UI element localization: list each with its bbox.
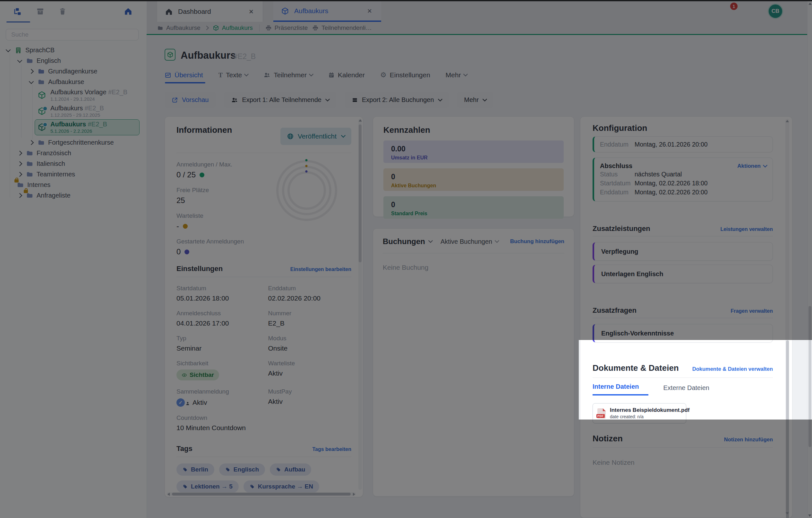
field-label: Anmeldeschluss	[176, 310, 260, 317]
field-label: Sammelanmeldung	[176, 388, 260, 395]
sidebar-course-vorlage[interactable]: Aufbaukurs Vorlage #E2_B 1.1.2024 - 29.1…	[35, 87, 140, 103]
file-date: date created: n/a	[610, 414, 644, 419]
tab-dashboard[interactable]: Dashboard ✕	[157, 1, 263, 22]
section-title: Einstellungen	[176, 265, 223, 273]
chevron-right-icon[interactable]	[17, 172, 23, 177]
close-icon[interactable]: ✕	[248, 7, 255, 16]
export2-button[interactable]: Export 2: Alle Buchungen	[345, 92, 449, 108]
tab-interne-dateien[interactable]: Interne Dateien	[592, 383, 648, 395]
tab-kalender[interactable]: Kalender	[328, 71, 365, 79]
sidebar-item-englisch[interactable]: Englisch	[0, 56, 147, 66]
tag-kurssprache[interactable]: Kurssprache → EN	[243, 481, 319, 493]
close-icon[interactable]: ✕	[366, 7, 373, 16]
sidebar-item-aufbaukurse[interactable]: Aufbaukurse	[0, 77, 147, 87]
tab-aufbaukurs-active[interactable]: Aufbaukurs ✕	[273, 1, 381, 22]
dokumente-verwalten-link[interactable]: Dokumente & Dateien verwalten	[692, 366, 773, 372]
buchung-hinzufuegen-link[interactable]: Buchung hinzufügen	[510, 238, 564, 245]
info-horizontal-scrollbar[interactable]	[167, 492, 356, 496]
tag-englisch[interactable]: Englisch	[219, 463, 265, 476]
tag-icon	[276, 467, 281, 472]
breadcrumb-label: Präsenzliste	[274, 24, 308, 31]
field-value: Seminar	[176, 344, 260, 352]
field-value: Aktiv	[193, 399, 207, 406]
breadcrumb-label: Teilnehmendenli…	[321, 24, 372, 31]
aktionen-dropdown[interactable]: Aktionen	[737, 163, 767, 169]
chevron-right-icon[interactable]	[29, 140, 34, 145]
leistungen-verwalten-link[interactable]: Leistungen verwalten	[720, 226, 773, 232]
panel-scrollbar[interactable]	[785, 119, 789, 515]
sidebar-item-grundlagenkurse[interactable]: Grundlagenkurse	[0, 66, 147, 77]
tree-label: Teaminternes	[36, 171, 75, 178]
sidebar-item-fortgeschrittenenkurse[interactable]: Fortgeschrittenenkurse	[0, 137, 147, 148]
breadcrumb-item-aufbaukurs[interactable]: Aufbaukurs	[213, 24, 253, 31]
breadcrumb-item-praesenzliste[interactable]: Präsenzliste	[265, 24, 308, 31]
leistung-unterlagen-englisch[interactable]: Unterlagen Englisch	[592, 265, 773, 283]
sidebar-item-italienisch[interactable]: Italienisch	[0, 158, 147, 169]
status-dropdown[interactable]: Veröffentlicht	[281, 128, 351, 145]
tab-externe-dateien[interactable]: Externe Dateien	[662, 384, 710, 395]
chevron-right-icon[interactable]	[29, 69, 34, 74]
notizen-hinzufuegen-link[interactable]: Notizen hinzufügen	[724, 436, 773, 443]
tag-lektionen[interactable]: Lektionen → 5	[176, 481, 239, 493]
sidebar-item-internes[interactable]: Internes	[0, 180, 147, 190]
home-icon[interactable]	[124, 7, 134, 17]
tree-view-icon[interactable]	[13, 7, 23, 17]
export1-button[interactable]: Export 1: Alle Teilnehmende	[224, 92, 336, 108]
breadcrumb-item-teilnehmendenliste[interactable]: Teilnehmendenli…	[312, 24, 372, 31]
tab-einstellungen[interactable]: ⚙ Einstellungen	[380, 71, 430, 79]
stat-value: 0.00	[391, 145, 556, 153]
avatar[interactable]: CB	[768, 3, 783, 19]
chevron-down-icon[interactable]	[17, 58, 23, 63]
tab-mehr[interactable]: Mehr	[445, 71, 467, 79]
abschluss-card[interactable]: Abschluss Aktionen Statusnächstes Quarta…	[592, 157, 773, 202]
chevron-right-icon[interactable]	[17, 193, 23, 198]
breadcrumb-divider	[259, 24, 260, 31]
green-dot-icon	[200, 173, 204, 177]
field-label: Warteliste	[268, 360, 352, 367]
fragen-verwalten-link[interactable]: Fragen verwalten	[730, 308, 773, 314]
tag-icon	[182, 484, 188, 489]
tags-bearbeiten-link[interactable]: Tags bearbeiten	[312, 447, 351, 452]
sidebar-item-sprachcb[interactable]: SprachCB	[0, 45, 147, 56]
check-icon: ✓	[176, 398, 185, 407]
archive-icon[interactable]	[36, 7, 46, 17]
chevron-down-icon[interactable]	[29, 79, 34, 84]
info-vertical-scrollbar[interactable]	[358, 119, 362, 490]
page-scrollbar[interactable]	[807, 1, 812, 518]
buchungen-filter-dropdown[interactable]: Aktive Buchungen	[440, 238, 498, 245]
konfiguration-partial-card[interactable]: Enddatum Montag, 26.01.2026 20:00	[592, 136, 773, 152]
leistung-verpflegung[interactable]: Verpflegung	[592, 242, 773, 261]
tab-uebersicht[interactable]: Übersicht	[165, 71, 203, 79]
search-input[interactable]	[6, 29, 139, 40]
trash-icon[interactable]	[58, 7, 68, 17]
tag-berlin[interactable]: Berlin	[176, 463, 214, 476]
mehr-button[interactable]: Mehr	[457, 92, 494, 108]
chevron-right-icon[interactable]	[17, 151, 23, 156]
vorschau-button[interactable]: Vorschau	[165, 92, 215, 108]
stat-label: Warteliste	[176, 212, 274, 219]
sidebar-item-franzoesisch[interactable]: Französisch	[0, 148, 147, 158]
field-label: Typ	[176, 335, 260, 342]
sidebar-course-selected[interactable]: Aufbaukurs #E2_B 5.1.2026 - 2.2.2026	[35, 119, 140, 135]
breadcrumb-label: Aufbaukurs	[222, 24, 253, 31]
frage-englisch-vorkenntnisse[interactable]: Englisch-Vorkenntnisse	[592, 324, 773, 342]
tag-aufbau[interactable]: Aufbau	[270, 463, 311, 476]
chevron-down-icon[interactable]	[6, 47, 11, 52]
einstellungen-bearbeiten-link[interactable]: Einstellungen bearbeiten	[290, 267, 351, 272]
breadcrumb-item-aufbaukurse[interactable]: Aufbaukurse	[157, 24, 201, 31]
sidebar-item-teaminternes[interactable]: Teaminternes	[0, 169, 147, 180]
tab-teilnehmer[interactable]: Teilnehmer	[263, 71, 313, 79]
tag-icon	[250, 484, 255, 489]
tab-texte[interactable]: T Texte	[219, 71, 248, 79]
chevron-right-icon	[204, 26, 209, 30]
chevron-right-icon[interactable]	[17, 161, 23, 166]
file-item-pdf[interactable]: PDF Internes Beispieldokument.pdf date c…	[592, 403, 686, 423]
sidebar-course-2025[interactable]: Aufbaukurs #E2_B 1.12.2025 - 29.12.2025	[35, 103, 140, 119]
tree-label: Französisch	[36, 149, 71, 157]
course-status-dot	[43, 122, 48, 127]
sidebar-item-anfrageliste[interactable]: Anfrageliste	[0, 190, 147, 201]
buchungen-title-dropdown[interactable]: Buchungen	[383, 237, 432, 246]
stat-value: 0	[391, 201, 556, 209]
stat-value: 0 / 25	[176, 170, 196, 179]
tab-label: Texte	[226, 71, 242, 79]
